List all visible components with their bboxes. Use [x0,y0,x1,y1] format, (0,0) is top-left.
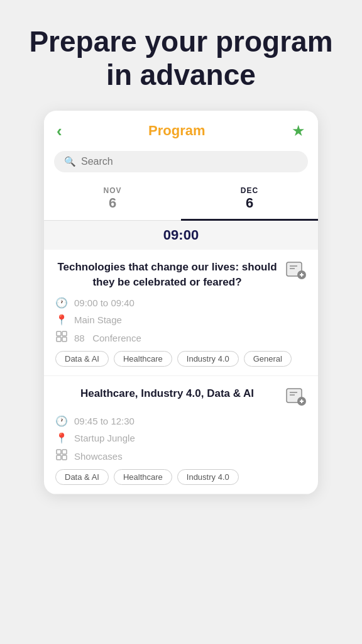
search-input[interactable] [81,156,298,167]
event-2-title-row: Healthcare, Industry 4.0, Data & AI [55,386,307,408]
event-2-time-range: 09:45 to 12:30 [74,416,134,426]
event-2-title: Healthcare, Industry 4.0, Data & AI [55,386,285,401]
event-card-2: Healthcare, Industry 4.0, Data & AI 🕐 09… [44,376,318,494]
svg-rect-8 [62,331,67,336]
svg-rect-7 [57,331,61,336]
event-2-location: Startup Jungle [74,433,135,443]
event-1-title: Technologies that change our lives: shou… [55,260,285,290]
event-2-category-meta: Showcases [55,449,307,463]
category-icon-2 [55,449,68,463]
clock-icon-2: 🕐 [55,415,68,427]
event-1-category-meta: 88 Conference [55,331,307,345]
svg-rect-20 [57,455,61,460]
event-1-add-icon[interactable] [285,260,307,281]
svg-rect-19 [62,450,67,454]
event-1-time-meta: 🕐 09:00 to 09:40 [55,297,307,309]
hero-title: Prepare your program in advance [19,25,343,92]
event-card-1: Technologies that change our lives: shou… [44,250,318,377]
tab-nov-6[interactable]: NOV 6 [44,180,181,220]
tab-dec-day: 6 [181,195,318,211]
event-2-location-meta: 📍 Startup Jungle [55,432,307,444]
card-title: Program [148,123,205,139]
category-icon-1 [55,331,68,345]
time-label-09: 09:00 [163,227,199,243]
hero-section: Prepare your program in advance ‹ Progra… [0,0,362,513]
event-1-category: 88 Conference [74,333,141,343]
tag-healthcare-2[interactable]: Healthcare [114,469,172,485]
tag-general-1[interactable]: General [244,351,292,367]
svg-rect-9 [57,337,61,341]
event-1-title-row: Technologies that change our lives: shou… [55,260,307,290]
time-header-09: 09:00 [44,221,318,250]
event-1-location: Main Stage [74,314,122,325]
event-2-time-meta: 🕐 09:45 to 12:30 [55,415,307,427]
tag-data-ai-1[interactable]: Data & AI [55,351,109,367]
event-2-tags: Data & AI Healthcare Industry 4.0 [55,469,307,485]
back-button[interactable]: ‹ [57,123,62,139]
event-1-time-range: 09:00 to 09:40 [74,297,134,308]
search-icon: 🔍 [64,156,76,167]
clock-icon-1: 🕐 [55,297,68,309]
tag-industry-2[interactable]: Industry 4.0 [177,469,239,485]
svg-rect-18 [57,450,61,454]
event-1-location-meta: 📍 Main Stage [55,314,307,326]
phone-card: ‹ Program ★ 🔍 NOV 6 DEC 6 09:00 [44,111,318,495]
tab-dec-6[interactable]: DEC 6 [181,180,318,221]
tab-dec-month: DEC [181,186,318,195]
event-2-add-icon[interactable] [285,386,307,408]
tab-nov-day: 6 [44,195,181,211]
event-2-category: Showcases [74,451,123,462]
card-header: ‹ Program ★ [44,111,318,146]
favorites-button[interactable]: ★ [292,122,305,140]
tag-industry-1[interactable]: Industry 4.0 [177,351,239,367]
svg-rect-10 [62,337,67,341]
tab-nov-month: NOV [44,186,181,195]
location-icon-2: 📍 [55,432,68,444]
svg-rect-21 [62,455,67,460]
search-bar: 🔍 [54,151,308,172]
date-tabs: NOV 6 DEC 6 [44,180,318,221]
event-1-tags: Data & AI Healthcare Industry 4.0 Genera… [55,351,307,367]
location-icon-1: 📍 [55,314,68,326]
tag-data-ai-2[interactable]: Data & AI [55,469,109,485]
tag-healthcare-1[interactable]: Healthcare [114,351,172,367]
